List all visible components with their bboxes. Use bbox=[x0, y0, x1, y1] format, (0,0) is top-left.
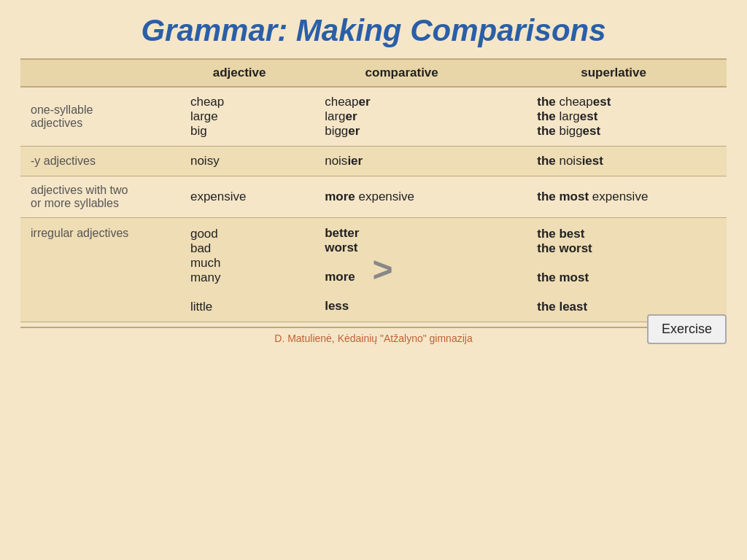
grammar-table: adjective comparative superlative one-sy… bbox=[20, 60, 727, 322]
header-superlative: superlative bbox=[500, 60, 727, 87]
bottom-divider bbox=[20, 327, 727, 328]
comp-y: noisier bbox=[303, 147, 500, 176]
sup-irregular: the best the worst the most the least bbox=[500, 218, 727, 322]
adj-one-syllable: cheaplargebig bbox=[176, 87, 303, 147]
category-irregular: irregular adjectives bbox=[20, 218, 176, 322]
comp-one-syllable: cheaper larger bigger bbox=[303, 87, 500, 147]
table-row: irregular adjectives goodbadmuchmanylitt… bbox=[20, 218, 727, 322]
page: Grammar: Making Comparisons adjective co… bbox=[0, 0, 747, 560]
table-header-row: adjective comparative superlative bbox=[20, 60, 727, 87]
adj-irregular: goodbadmuchmanylittle bbox=[176, 218, 303, 322]
comp-irregular: better worst more less > bbox=[303, 218, 500, 322]
adj-multi: expensive bbox=[176, 176, 303, 218]
sup-one-syllable: the cheapest the largest the biggest bbox=[500, 87, 727, 147]
comp-multi: more expensive bbox=[303, 176, 500, 218]
page-title: Grammar: Making Comparisons bbox=[20, 13, 727, 48]
adj-y: noisy bbox=[176, 147, 303, 176]
exercise-button[interactable]: Exercise bbox=[647, 314, 727, 344]
category-multi: adjectives with twoor more syllables bbox=[20, 176, 176, 218]
category-one-syllable: one-syllableadjectives bbox=[20, 87, 176, 147]
header-category bbox=[20, 60, 176, 87]
footer: D. Matulienė, Kėdainių "Atžalyno" gimnaz… bbox=[20, 332, 727, 344]
header-comparative: comparative bbox=[303, 60, 500, 87]
sup-y: the noisiest bbox=[500, 147, 727, 176]
table-row: -y adjectives noisy noisier the noisiest bbox=[20, 147, 727, 176]
table-row: one-syllableadjectives cheaplargebig che… bbox=[20, 87, 727, 147]
table-row: adjectives with twoor more syllables exp… bbox=[20, 176, 727, 218]
header-adjective: adjective bbox=[176, 60, 303, 87]
credit-text: D. Matulienė, Kėdainių "Atžalyno" gimnaz… bbox=[274, 332, 472, 344]
category-y-adj: -y adjectives bbox=[20, 147, 176, 176]
sup-multi: the most expensive bbox=[500, 176, 727, 218]
